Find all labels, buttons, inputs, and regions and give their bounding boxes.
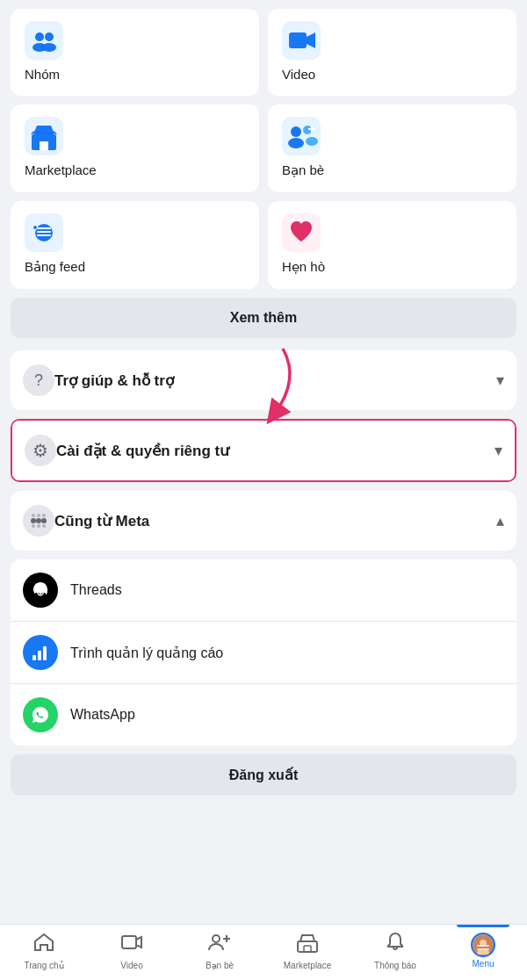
svg-point-27 [41,518,47,523]
help-chevron: ▾ [496,371,504,390]
settings-row[interactable]: ⚙ Cài đặt & quyền riêng tư ▾ [12,421,515,480]
see-more-button[interactable]: Xem thêm [11,298,516,338]
svg-rect-47 [477,948,489,950]
ads-manager-label: Trình quản lý quảng cáo [70,645,223,661]
whatsapp-item[interactable]: WhatsApp [11,684,516,746]
svg-rect-11 [282,117,321,155]
svg-rect-37 [43,646,47,660]
svg-point-26 [36,518,41,523]
svg-point-29 [37,514,40,517]
help-section: ? Trợ giúp & hỗ trợ ▾ [11,350,516,410]
svg-point-32 [37,524,40,528]
settings-chevron: ▾ [495,441,502,460]
nav-video-icon [120,931,143,959]
svg-rect-42 [298,941,317,952]
ban-be-icon [282,117,321,155]
threads-item[interactable]: Threads [11,559,516,622]
sub-apps-list: Threads Trình quản lý quảng cáo WhatsAp [11,559,516,746]
svg-point-33 [42,524,46,528]
whatsapp-label: WhatsApp [70,707,135,723]
marketplace-icon [25,117,63,155]
svg-point-13 [288,138,304,148]
svg-point-39 [213,935,220,942]
svg-point-23 [33,226,38,230]
grid-item-marketplace[interactable]: Marketplace [11,104,259,192]
video-label: Video [282,67,315,82]
whatsapp-icon [23,697,58,732]
bottom-navigation: Trang chủ Video Bạn bè [0,924,527,980]
logout-button[interactable]: Đăng xuất [11,754,516,796]
svg-rect-22 [37,234,51,236]
bang-feed-label: Bảng feed [25,259,85,275]
svg-point-4 [42,43,56,52]
ads-icon [23,635,58,670]
hen-ho-label: Hẹn hò [282,259,325,275]
nav-home-label: Trang chủ [24,961,63,970]
threads-icon [23,573,58,608]
question-icon: ? [23,364,54,396]
bang-feed-icon [25,213,63,252]
grid-item-hen-ho[interactable]: Hẹn hò [268,201,516,289]
help-row[interactable]: ? Trợ giúp & hỗ trợ ▾ [11,350,516,410]
svg-rect-36 [38,651,41,660]
meta-chevron: ▴ [496,511,504,530]
hen-ho-icon [282,213,321,252]
svg-rect-35 [32,655,36,660]
nav-marketplace-label: Marketplace [284,961,331,970]
nav-notifications-label: Thông báo [374,961,416,970]
nhom-icon [25,21,63,60]
grid-item-nhom[interactable]: Nhóm [11,9,259,96]
grid-item-ban-be[interactable]: Bạn bè [268,104,516,192]
ads-manager-item[interactable]: Trình quản lý quảng cáo [11,622,516,684]
meta-icon [23,505,54,537]
grid-item-bang-feed[interactable]: Bảng feed [11,201,259,289]
nav-friends-icon [207,931,232,959]
nav-menu[interactable]: Menu [439,925,527,980]
meta-row[interactable]: Cũng từ Meta ▴ [11,491,516,551]
svg-point-30 [42,514,46,517]
meta-section: Cũng từ Meta ▴ [11,491,516,551]
meta-label: Cũng từ Meta [54,512,496,530]
nav-home[interactable]: Trang chủ [0,925,88,980]
nav-video[interactable]: Video [88,925,176,980]
home-icon [32,931,55,959]
svg-point-1 [35,32,44,41]
settings-row-highlighted[interactable]: ⚙ Cài đặt & quyền riêng tư ▾ [11,419,516,482]
svg-rect-48 [477,945,489,947]
grid-item-video[interactable]: Video [268,9,516,96]
nav-notifications[interactable]: Thông báo [351,925,439,980]
threads-label: Threads [70,582,122,598]
svg-rect-38 [122,936,136,948]
svg-point-28 [32,514,35,517]
svg-rect-43 [304,946,311,952]
svg-point-12 [291,126,301,137]
nav-avatar-icon [471,933,495,957]
svg-point-31 [32,524,35,528]
nav-menu-label: Menu [472,959,494,969]
settings-label: Cài đặt & quyền riêng tư [56,442,495,460]
video-icon [282,21,321,60]
nav-bell-icon [384,931,407,959]
nav-video-label: Video [120,961,142,970]
svg-rect-21 [37,227,51,229]
nav-marketplace[interactable]: Marketplace [264,925,351,980]
svg-point-2 [45,32,54,41]
gear-icon: ⚙ [25,435,56,466]
svg-point-25 [31,518,36,523]
svg-point-15 [306,137,318,146]
nav-marketplace-icon [296,931,319,959]
svg-rect-0 [25,21,63,60]
ban-be-label: Bạn bè [282,162,324,178]
help-label: Trợ giúp & hỗ trợ [54,371,496,390]
svg-rect-20 [37,231,51,233]
svg-rect-10 [40,141,48,150]
marketplace-label: Marketplace [25,162,97,177]
svg-rect-6 [289,32,307,48]
nav-friends-label: Bạn bè [206,961,234,970]
nav-friends[interactable]: Bạn bè [176,925,264,980]
nhom-label: Nhóm [25,67,60,82]
